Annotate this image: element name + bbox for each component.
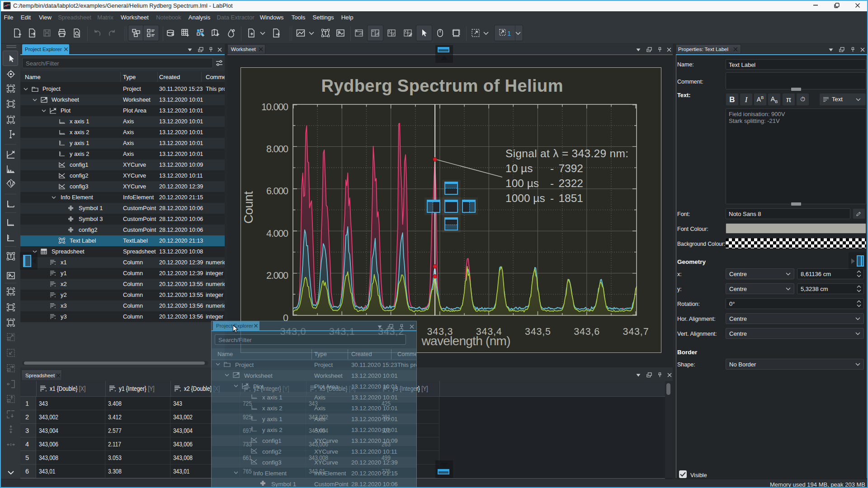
svg-text:10.000: 10.000 — [261, 102, 288, 113]
svg-text:343,6: 343,6 — [574, 326, 599, 337]
svg-text:343,5: 343,5 — [525, 326, 551, 337]
svg-text:-: - — [550, 162, 554, 174]
svg-text:7392: 7392 — [558, 162, 583, 174]
svg-text:343,7: 343,7 — [623, 326, 649, 337]
svg-text:4.000: 4.000 — [266, 228, 288, 239]
svg-text:-: - — [550, 192, 554, 204]
svg-text:2.000: 2.000 — [266, 270, 288, 281]
svg-text:1851: 1851 — [558, 192, 583, 204]
svg-text:Rydberg Spectrum of Helium: Rydberg Spectrum of Helium — [321, 76, 563, 95]
svg-text:Signal at λ = 343.29 nm:: Signal at λ = 343.29 nm: — [505, 147, 628, 160]
svg-text:2322: 2322 — [558, 177, 583, 189]
svg-text:10 µs: 10 µs — [505, 162, 533, 174]
svg-text:6.000: 6.000 — [266, 186, 288, 197]
svg-text:Count: Count — [241, 191, 255, 224]
svg-text:100 µs: 100 µs — [505, 177, 539, 189]
svg-text:1000 µs: 1000 µs — [505, 192, 545, 204]
svg-text:-: - — [550, 177, 554, 189]
svg-text:8.000: 8.000 — [266, 144, 288, 155]
svg-text:wavelength (nm): wavelength (nm) — [421, 334, 511, 348]
